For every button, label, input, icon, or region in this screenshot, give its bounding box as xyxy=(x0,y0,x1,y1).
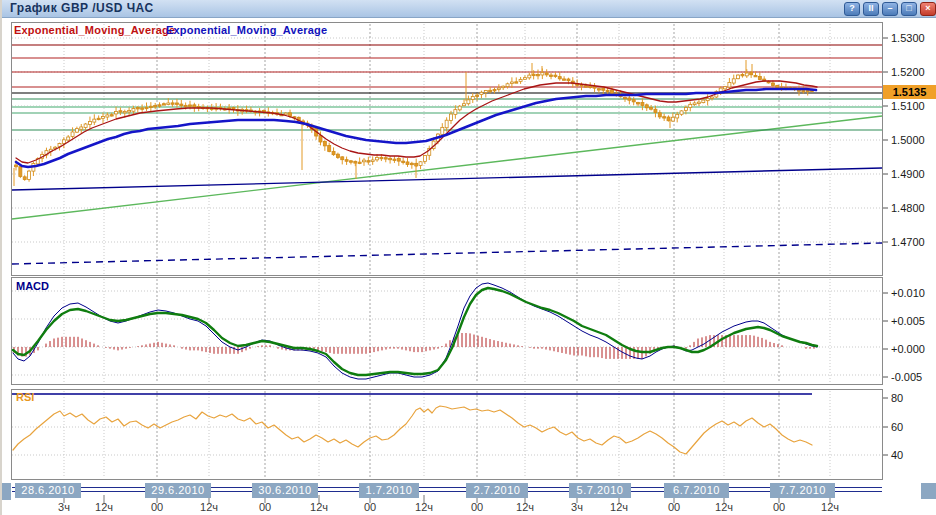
candle-body xyxy=(154,106,157,107)
time-label: 00 xyxy=(354,501,386,513)
candle-body xyxy=(93,119,96,122)
candle-body xyxy=(711,97,714,98)
candle-body xyxy=(97,118,100,119)
date-badge: 7.7.2010 xyxy=(770,483,835,498)
scroll-right-block[interactable] xyxy=(921,483,936,499)
macd-axis-label: +0.000 xyxy=(891,343,925,355)
candle-body xyxy=(563,79,566,80)
candle-body xyxy=(19,167,22,177)
macd-axis-label: +0.010 xyxy=(891,287,925,299)
candle-body xyxy=(684,108,687,111)
rsi-axis-label: 80 xyxy=(891,392,903,404)
candle-body xyxy=(323,141,326,146)
candle-body xyxy=(624,97,627,98)
candle-body xyxy=(737,75,740,79)
candle-body xyxy=(671,117,674,121)
candle-body xyxy=(689,104,692,107)
time-band-line xyxy=(12,491,882,492)
time-label: 12ч xyxy=(193,501,225,513)
candle-body xyxy=(184,105,187,106)
date-badge: 6.7.2010 xyxy=(664,483,729,498)
candle-body xyxy=(406,162,409,165)
candle-body xyxy=(706,98,709,100)
candle-body xyxy=(15,165,18,167)
candle-body xyxy=(171,103,174,104)
ema-legend-1: Exponential_Moving_Average xyxy=(14,24,175,36)
candle-body xyxy=(693,103,696,105)
price-axis-label: 1.5100 xyxy=(891,100,925,112)
candle-body xyxy=(102,117,105,119)
scroll-left-block[interactable] xyxy=(2,483,11,500)
candle-body xyxy=(528,75,531,78)
price-axis-label: 1.5200 xyxy=(891,66,925,78)
candle-body xyxy=(732,79,735,83)
candle-body xyxy=(628,98,631,100)
time-label: 12ч xyxy=(603,501,635,513)
chart-canvas xyxy=(2,0,936,515)
time-label: 3ч xyxy=(48,501,80,513)
candle-body xyxy=(637,103,640,104)
candle-body xyxy=(606,90,609,91)
candle-body xyxy=(724,87,727,89)
rsi-panel-label: RSI xyxy=(16,391,34,403)
candle-body xyxy=(384,158,387,159)
macd-axis-label: +0.005 xyxy=(891,315,925,327)
candle-body xyxy=(663,117,666,118)
candle-body xyxy=(332,151,335,154)
candle-body xyxy=(489,90,492,91)
candle-body xyxy=(106,115,109,117)
candle-body xyxy=(75,129,78,133)
candle-body xyxy=(88,121,91,124)
candle-body xyxy=(389,158,392,159)
candle-body xyxy=(554,75,557,76)
candle-body xyxy=(767,82,770,83)
candle-body xyxy=(584,86,587,87)
time-label: 3ч xyxy=(561,501,593,513)
candle-body xyxy=(519,79,522,81)
price-axis-label: 1.4700 xyxy=(891,236,925,248)
price-axis-label: 1.4800 xyxy=(891,202,925,214)
candle-body xyxy=(450,114,453,120)
candle-body xyxy=(397,159,400,162)
candle-body xyxy=(67,137,70,140)
candle-body xyxy=(632,100,635,102)
candle-body xyxy=(758,76,761,79)
price-axis-label: 1.4900 xyxy=(891,168,925,180)
candle-body xyxy=(680,111,683,114)
candle-body xyxy=(650,108,653,110)
candle-body xyxy=(115,111,118,114)
candle-body xyxy=(567,79,570,81)
candle-body xyxy=(363,160,366,162)
candle-body xyxy=(149,106,152,107)
time-label: 12ч xyxy=(708,501,740,513)
candle-body xyxy=(423,156,426,162)
candle-body xyxy=(658,113,661,117)
candle-body xyxy=(697,102,700,103)
macd-panel-label: MACD xyxy=(16,280,49,292)
candle-body xyxy=(132,109,135,112)
candle-body xyxy=(71,132,74,136)
candle-body xyxy=(336,154,339,157)
candle-body xyxy=(410,163,413,164)
candle-body xyxy=(445,120,448,128)
date-badge: 5.7.2010 xyxy=(569,483,631,498)
candle-body xyxy=(510,82,513,84)
candle-body xyxy=(119,111,122,112)
candle-body xyxy=(515,82,518,83)
candle-body xyxy=(175,103,178,104)
candle-body xyxy=(645,105,648,108)
candle-body xyxy=(341,157,344,160)
candle-body xyxy=(593,86,596,88)
candle-body xyxy=(610,90,613,93)
candle-body xyxy=(545,73,548,75)
candle-body xyxy=(23,177,26,180)
candle-body xyxy=(467,100,470,104)
time-label: 12ч xyxy=(303,501,335,513)
date-badge: 1.7.2010 xyxy=(359,483,419,498)
rsi-panel xyxy=(12,390,883,480)
time-band-line xyxy=(12,487,882,488)
candle-body xyxy=(493,90,496,91)
candle-body xyxy=(537,74,540,75)
date-badge: 2.7.2010 xyxy=(466,483,528,498)
candle-body xyxy=(776,85,779,87)
